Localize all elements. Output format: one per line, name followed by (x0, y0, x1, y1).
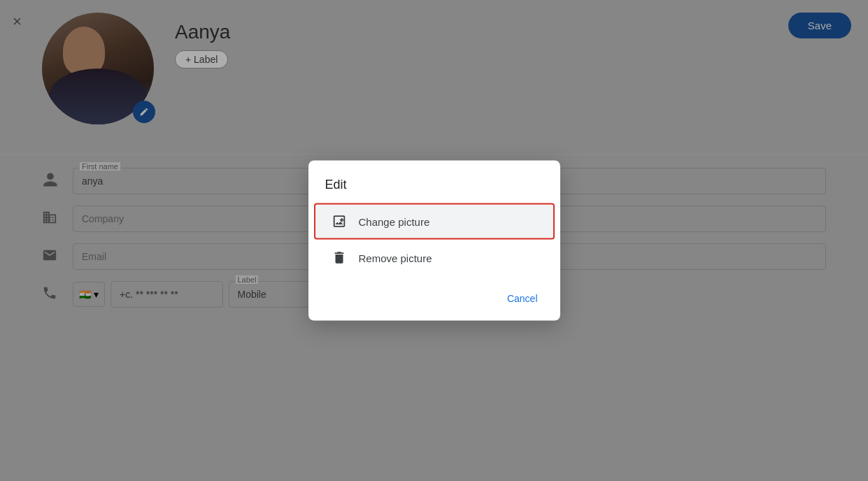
change-picture-button[interactable]: Change picture (314, 203, 555, 240)
cancel-button[interactable]: Cancel (496, 287, 549, 310)
edit-picture-dialog: Edit Change picture Remove picture Cance… (308, 161, 560, 321)
dialog-title: Edit (308, 178, 560, 203)
change-picture-icon (331, 213, 348, 230)
dialog-actions: Cancel (308, 276, 560, 315)
remove-picture-icon (331, 250, 348, 266)
remove-picture-label: Remove picture (359, 252, 432, 264)
change-picture-label: Change picture (359, 215, 430, 227)
remove-picture-button[interactable]: Remove picture (314, 240, 555, 276)
